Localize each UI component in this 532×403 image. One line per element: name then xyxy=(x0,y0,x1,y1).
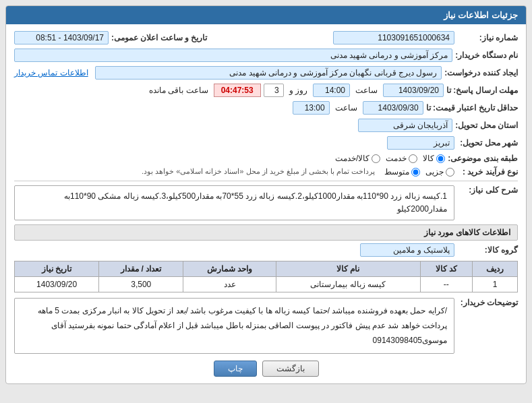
tozi-label: توضیحات خریدار: xyxy=(457,298,518,307)
tarikh-label: تاریخ و ساعت اعلان عمومی: xyxy=(111,33,207,42)
tabaqe-kala-khadamat-option[interactable]: کالا/خدمت xyxy=(335,154,380,163)
groh-kala-value: پلاستیک و ملامین xyxy=(360,243,454,257)
table-cell: کیسه زباله بیمارستانی xyxy=(276,277,420,292)
sharh-value: 1.کیسه زباله زرد 90*110به مقدار1000کیلو،… xyxy=(14,185,454,220)
noe-motavasset-label: متوسط xyxy=(384,167,409,177)
ostan-value: آذربایجان شرقی xyxy=(358,119,452,132)
nam-dastgah-value: مرکز آموزشی و درمانی شهید مدنی xyxy=(14,49,452,62)
hadaksar-date: 1403/09/30 xyxy=(363,101,423,115)
tabaqe-kala-radio[interactable] xyxy=(436,154,445,163)
tarikh-value: 1403/09/17 - 08:51 xyxy=(14,31,109,44)
noe-motavasset-radio[interactable] xyxy=(411,168,420,177)
etelaat-link[interactable]: اطلاعات تماس خریدار xyxy=(14,68,88,78)
ijad-konande-label: ایجاد کننده درخواست: xyxy=(444,68,518,78)
col-nam-kala: نام کالا xyxy=(276,261,420,277)
items-table: ردیف کد کالا نام کالا واحد شمارش تعداد /… xyxy=(14,261,518,292)
page-title: جزئیات اطلاعات نیاز xyxy=(6,6,526,24)
table-cell: 3,500 xyxy=(99,277,183,292)
noe-farayand-radio-group: جزیی متوسط xyxy=(384,167,454,177)
tabaqe-radio-group: کالا خدمت کالا/خدمت xyxy=(335,154,445,163)
tabaqe-khadamat-option[interactable]: خدمت xyxy=(386,154,417,163)
table-cell: عدد xyxy=(183,277,276,292)
sharh-label: شرح کلی نیاز: xyxy=(457,185,518,195)
col-kod-kala: کد کالا xyxy=(420,261,473,277)
mohlat-time: 14:00 xyxy=(313,84,350,97)
hadaksar-label: حداقل تاریخ اعتبار قیمت: تا xyxy=(426,103,518,113)
mohlat-remaining-label: ساعت باقی مانده xyxy=(149,86,208,95)
col-tedad: تعداد / مقدار xyxy=(99,261,183,277)
groh-kala-label: گروه کالا: xyxy=(457,245,518,255)
etelaat-kalaha-header: اطلاعات کالاهای مورد نیاز xyxy=(14,224,518,241)
mohlat-days: 3 xyxy=(264,84,284,97)
col-tarikh: تاریخ نیاز xyxy=(15,261,99,277)
shomare-niaz-label: شماره نیاز: xyxy=(457,33,518,42)
noe-jozi-radio[interactable] xyxy=(446,168,454,177)
mohlat-days-label: روز و xyxy=(289,86,307,95)
nam-dastgah-label: نام دستگاه خریدار: xyxy=(455,51,518,60)
table-cell: 1 xyxy=(473,277,518,292)
tabaqe-khadamat-label: خدمت xyxy=(386,154,407,163)
table-cell: 1403/09/20 xyxy=(15,277,99,292)
tabaqe-kala-label: کالا xyxy=(423,154,434,163)
col-vahid: واحد شمارش xyxy=(183,261,276,277)
noe-farayand-note: پرداخت تمام با بخشی از مبلغ خرید از محل … xyxy=(14,167,375,176)
print-button[interactable]: چاپ xyxy=(214,361,257,377)
tabaqe-kala-option[interactable]: کالا xyxy=(423,154,445,163)
table-cell: -- xyxy=(420,277,473,292)
ijad-konande-value: رسول دیرج قربانی نگهبان مرکز آموزشی و در… xyxy=(95,66,442,80)
mohlat-label: مهلت ارسال پاسخ: تا xyxy=(446,86,518,95)
tabaqe-kala-khadamat-radio[interactable] xyxy=(372,154,380,163)
mohlat-date: 1403/09/20 xyxy=(383,84,444,97)
noe-farayand-label: نوع فرآیند خرید : xyxy=(457,167,518,177)
noe-motavasset-option[interactable]: متوسط xyxy=(384,167,420,177)
tozi-value: /کرایه حمل بعهده فروشنده میباشد /حتما کی… xyxy=(14,298,454,354)
hadaksar-time-label: ساعت xyxy=(335,103,357,113)
table-row: 1--کیسه زباله بیمارستانیعدد3,5001403/09/… xyxy=(15,277,518,292)
ostan-label: استان محل تحویل: xyxy=(455,121,518,130)
shahr-value: تبریز xyxy=(387,136,454,150)
tabaqe-khadamat-radio[interactable] xyxy=(409,154,417,163)
shomare-niaz-value: 1103091651000634 xyxy=(333,31,454,44)
mohlat-remaining: 04:47:53 xyxy=(214,84,261,97)
noe-jozi-label: جزیی xyxy=(425,167,444,177)
footer-buttons: بازگشت چاپ xyxy=(14,361,518,377)
shahr-label: شهر محل تحویل: xyxy=(457,138,518,148)
tabaqe-label: طبقه بندی موضوعی: xyxy=(448,154,518,163)
tabaqe-kala-khadamat-label: کالا/خدمت xyxy=(335,154,370,163)
mohlat-time-label: ساعت xyxy=(355,86,378,95)
back-button[interactable]: بازگشت xyxy=(262,361,319,377)
noe-jozi-option[interactable]: جزیی xyxy=(425,167,454,177)
col-radif: ردیف xyxy=(473,261,518,277)
hadaksar-time: 13:00 xyxy=(293,101,330,115)
